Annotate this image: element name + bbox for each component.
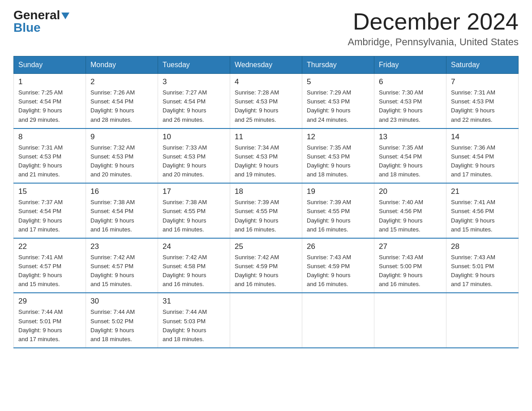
- day-info: Sunrise: 7:42 AMSunset: 4:59 PMDaylight:…: [235, 253, 297, 289]
- calendar-cell: [230, 293, 302, 348]
- calendar-cell: [446, 293, 519, 348]
- day-info: Sunrise: 7:31 AMSunset: 4:53 PMDaylight:…: [451, 88, 514, 124]
- logo: General Blue: [13, 9, 69, 34]
- location-title: Ambridge, Pennsylvania, United States: [348, 36, 519, 48]
- calendar-header: SundayMondayTuesdayWednesdayThursdayFrid…: [14, 56, 519, 74]
- day-info: Sunrise: 7:25 AMSunset: 4:54 PMDaylight:…: [18, 88, 81, 124]
- day-number: 2: [90, 77, 153, 86]
- day-info: Sunrise: 7:44 AMSunset: 5:02 PMDaylight:…: [90, 308, 153, 344]
- day-info: Sunrise: 7:27 AMSunset: 4:54 PMDaylight:…: [163, 88, 225, 124]
- day-number: 13: [379, 133, 442, 141]
- week-row-5: 29Sunrise: 7:44 AMSunset: 5:01 PMDayligh…: [14, 293, 519, 348]
- day-info: Sunrise: 7:37 AMSunset: 4:54 PMDaylight:…: [18, 198, 81, 234]
- calendar-cell: [374, 293, 446, 348]
- day-info: Sunrise: 7:28 AMSunset: 4:53 PMDaylight:…: [235, 88, 297, 124]
- day-number: 30: [90, 297, 153, 306]
- day-number: 5: [307, 77, 369, 86]
- calendar-cell: 1Sunrise: 7:25 AMSunset: 4:54 PMDaylight…: [14, 74, 86, 128]
- day-number: 7: [451, 77, 514, 86]
- calendar-cell: 25Sunrise: 7:42 AMSunset: 4:59 PMDayligh…: [230, 238, 302, 293]
- calendar-cell: 23Sunrise: 7:42 AMSunset: 4:57 PMDayligh…: [86, 238, 158, 293]
- day-info: Sunrise: 7:35 AMSunset: 4:53 PMDaylight:…: [307, 143, 369, 180]
- day-number: 4: [235, 77, 297, 86]
- day-number: 9: [90, 133, 153, 141]
- month-title: December 2024: [348, 9, 519, 34]
- calendar-cell: 3Sunrise: 7:27 AMSunset: 4:54 PMDaylight…: [158, 74, 230, 128]
- day-info: Sunrise: 7:43 AMSunset: 5:00 PMDaylight:…: [379, 253, 442, 289]
- calendar-cell: 28Sunrise: 7:43 AMSunset: 5:01 PMDayligh…: [446, 238, 519, 293]
- header-row: SundayMondayTuesdayWednesdayThursdayFrid…: [14, 56, 519, 74]
- calendar-cell: 24Sunrise: 7:42 AMSunset: 4:58 PMDayligh…: [158, 238, 230, 293]
- day-number: 17: [163, 187, 225, 196]
- page-header: General Blue December 2024 Ambridge, Pen…: [13, 9, 519, 48]
- calendar-cell: 18Sunrise: 7:39 AMSunset: 4:55 PMDayligh…: [230, 183, 302, 238]
- title-block: December 2024 Ambridge, Pennsylvania, Un…: [348, 9, 519, 48]
- day-info: Sunrise: 7:44 AMSunset: 5:03 PMDaylight:…: [163, 308, 225, 344]
- day-number: 22: [18, 242, 81, 251]
- calendar-cell: [302, 293, 374, 348]
- calendar-cell: 17Sunrise: 7:38 AMSunset: 4:55 PMDayligh…: [158, 183, 230, 238]
- day-number: 28: [451, 242, 514, 251]
- day-info: Sunrise: 7:40 AMSunset: 4:56 PMDaylight:…: [379, 198, 442, 234]
- calendar-cell: 31Sunrise: 7:44 AMSunset: 5:03 PMDayligh…: [158, 293, 230, 348]
- week-row-3: 15Sunrise: 7:37 AMSunset: 4:54 PMDayligh…: [14, 183, 519, 238]
- logo-arrow-icon: [61, 13, 69, 19]
- calendar-cell: 8Sunrise: 7:31 AMSunset: 4:53 PMDaylight…: [14, 128, 86, 184]
- day-number: 16: [90, 187, 153, 196]
- calendar-cell: 29Sunrise: 7:44 AMSunset: 5:01 PMDayligh…: [14, 293, 86, 348]
- calendar-table: SundayMondayTuesdayWednesdayThursdayFrid…: [13, 56, 519, 348]
- day-number: 14: [451, 133, 514, 141]
- day-number: 3: [163, 77, 225, 86]
- calendar-cell: 16Sunrise: 7:38 AMSunset: 4:54 PMDayligh…: [86, 183, 158, 238]
- day-number: 20: [379, 187, 442, 196]
- header-day-thursday: Thursday: [302, 56, 374, 74]
- day-info: Sunrise: 7:31 AMSunset: 4:53 PMDaylight:…: [18, 143, 81, 180]
- header-day-wednesday: Wednesday: [230, 56, 302, 74]
- day-number: 21: [451, 187, 514, 196]
- calendar-cell: 22Sunrise: 7:41 AMSunset: 4:57 PMDayligh…: [14, 238, 86, 293]
- day-info: Sunrise: 7:39 AMSunset: 4:55 PMDaylight:…: [235, 198, 297, 234]
- day-info: Sunrise: 7:32 AMSunset: 4:53 PMDaylight:…: [90, 143, 153, 180]
- calendar-cell: 20Sunrise: 7:40 AMSunset: 4:56 PMDayligh…: [374, 183, 446, 238]
- day-number: 23: [90, 242, 153, 251]
- calendar-cell: 10Sunrise: 7:33 AMSunset: 4:53 PMDayligh…: [158, 128, 230, 184]
- calendar-cell: 11Sunrise: 7:34 AMSunset: 4:53 PMDayligh…: [230, 128, 302, 184]
- week-row-1: 1Sunrise: 7:25 AMSunset: 4:54 PMDaylight…: [14, 74, 519, 128]
- header-day-saturday: Saturday: [446, 56, 519, 74]
- day-number: 29: [18, 297, 81, 306]
- calendar-cell: 26Sunrise: 7:43 AMSunset: 4:59 PMDayligh…: [302, 238, 374, 293]
- day-number: 11: [235, 133, 297, 141]
- day-info: Sunrise: 7:43 AMSunset: 5:01 PMDaylight:…: [451, 253, 514, 289]
- logo-general: General: [13, 9, 60, 21]
- day-info: Sunrise: 7:41 AMSunset: 4:57 PMDaylight:…: [18, 253, 81, 289]
- calendar-cell: 13Sunrise: 7:35 AMSunset: 4:54 PMDayligh…: [374, 128, 446, 184]
- day-number: 15: [18, 187, 81, 196]
- header-day-monday: Monday: [86, 56, 158, 74]
- day-number: 26: [307, 242, 369, 251]
- day-info: Sunrise: 7:36 AMSunset: 4:54 PMDaylight:…: [451, 143, 514, 180]
- day-info: Sunrise: 7:44 AMSunset: 5:01 PMDaylight:…: [18, 308, 81, 344]
- header-day-tuesday: Tuesday: [158, 56, 230, 74]
- day-number: 12: [307, 133, 369, 141]
- day-number: 19: [307, 187, 369, 196]
- calendar-cell: 2Sunrise: 7:26 AMSunset: 4:54 PMDaylight…: [86, 74, 158, 128]
- day-info: Sunrise: 7:30 AMSunset: 4:53 PMDaylight:…: [379, 88, 442, 124]
- day-info: Sunrise: 7:43 AMSunset: 4:59 PMDaylight:…: [307, 253, 369, 289]
- calendar-cell: 27Sunrise: 7:43 AMSunset: 5:00 PMDayligh…: [374, 238, 446, 293]
- day-number: 10: [163, 133, 225, 141]
- calendar-cell: 12Sunrise: 7:35 AMSunset: 4:53 PMDayligh…: [302, 128, 374, 184]
- calendar-cell: 6Sunrise: 7:30 AMSunset: 4:53 PMDaylight…: [374, 74, 446, 128]
- logo-blue: Blue: [13, 21, 69, 34]
- day-number: 6: [379, 77, 442, 86]
- day-number: 27: [379, 242, 442, 251]
- day-info: Sunrise: 7:26 AMSunset: 4:54 PMDaylight:…: [90, 88, 153, 124]
- calendar-cell: 21Sunrise: 7:41 AMSunset: 4:56 PMDayligh…: [446, 183, 519, 238]
- week-row-4: 22Sunrise: 7:41 AMSunset: 4:57 PMDayligh…: [14, 238, 519, 293]
- calendar-cell: 5Sunrise: 7:29 AMSunset: 4:53 PMDaylight…: [302, 74, 374, 128]
- day-info: Sunrise: 7:35 AMSunset: 4:54 PMDaylight:…: [379, 143, 442, 180]
- header-day-sunday: Sunday: [14, 56, 86, 74]
- calendar-cell: 7Sunrise: 7:31 AMSunset: 4:53 PMDaylight…: [446, 74, 519, 128]
- header-day-friday: Friday: [374, 56, 446, 74]
- day-info: Sunrise: 7:34 AMSunset: 4:53 PMDaylight:…: [235, 143, 297, 180]
- calendar-cell: 9Sunrise: 7:32 AMSunset: 4:53 PMDaylight…: [86, 128, 158, 184]
